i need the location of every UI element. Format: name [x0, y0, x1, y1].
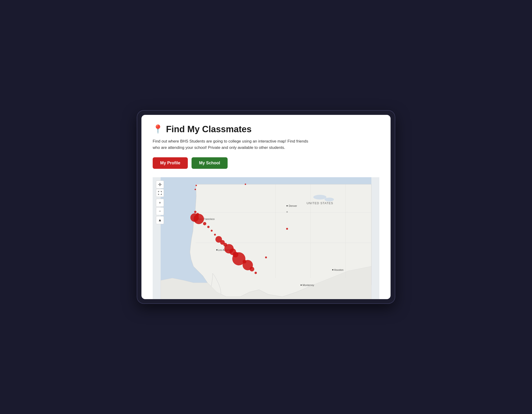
my-profile-button[interactable]: My Profile [153, 157, 188, 169]
svg-point-27 [245, 184, 246, 185]
page-header: 📍 Find My Classmates [153, 124, 379, 134]
pin-icon: 📍 [153, 124, 163, 134]
locate-button[interactable] [156, 180, 164, 188]
svg-text:UNITED STATES: UNITED STATES [306, 201, 333, 205]
svg-point-14 [287, 205, 288, 207]
svg-point-28 [194, 211, 197, 213]
svg-point-7 [324, 198, 334, 201]
zoom-in-button[interactable]: + [156, 199, 164, 207]
svg-point-46 [255, 272, 257, 274]
svg-point-32 [203, 222, 206, 225]
svg-point-23 [301, 285, 302, 286]
device-frame: 📍 Find My Classmates Find out where BHS … [137, 111, 395, 303]
svg-point-47 [265, 256, 267, 258]
svg-point-34 [211, 230, 213, 232]
page-description: Find out where BHS Students are going to… [153, 138, 312, 151]
map-container: + − ▲ [153, 177, 379, 299]
svg-point-35 [214, 234, 216, 236]
svg-text:Denver: Denver [289, 204, 297, 207]
my-school-button[interactable]: My School [191, 157, 228, 169]
svg-point-26 [196, 185, 197, 186]
svg-text:Houston: Houston [334, 268, 343, 271]
map-controls: + − ▲ [156, 180, 164, 224]
map-svg: UNITED STATES Denver San Francisco Los A… [153, 177, 379, 299]
svg-point-16 [287, 211, 288, 213]
svg-point-25 [195, 189, 196, 190]
svg-point-6 [313, 195, 326, 199]
page-title: Find My Classmates [166, 124, 251, 134]
svg-point-33 [207, 226, 209, 228]
north-button[interactable]: ▲ [156, 216, 164, 224]
svg-point-45 [250, 267, 254, 271]
button-row: My Profile My School [153, 157, 379, 169]
svg-point-31 [194, 214, 204, 224]
svg-point-19 [216, 249, 218, 251]
svg-point-0 [159, 184, 161, 185]
svg-point-48 [286, 228, 288, 230]
zoom-out-button[interactable]: − [156, 207, 164, 215]
fullscreen-button[interactable] [156, 189, 164, 197]
svg-text:Monterrey: Monterrey [303, 284, 314, 286]
svg-point-21 [332, 269, 333, 271]
device-screen: 📍 Find My Classmates Find out where BHS … [142, 115, 390, 299]
